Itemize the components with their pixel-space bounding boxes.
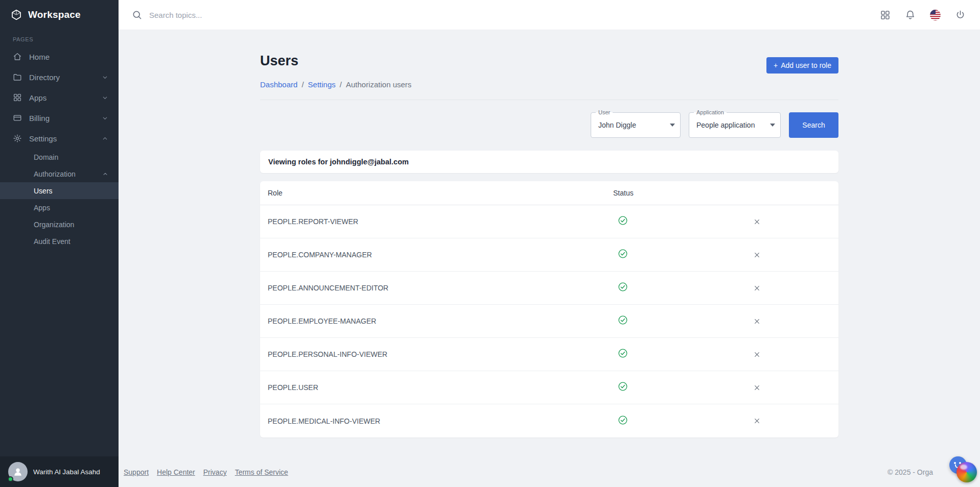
check-circle-icon <box>618 315 628 327</box>
application-select-label: Application <box>694 109 727 116</box>
topbar <box>119 0 980 30</box>
table-header-row: Role Status <box>260 181 838 205</box>
remove-role-button[interactable] <box>752 316 762 327</box>
user-select-value: John Diggle <box>591 121 636 129</box>
chevron-up-icon <box>102 171 108 177</box>
sidebar-item-organization[interactable]: Organization <box>0 216 119 233</box>
sidebar-item-label: Settings <box>29 134 57 143</box>
dropdown-caret-icon <box>670 124 675 127</box>
grid-icon <box>880 10 891 20</box>
sidebar-item-label: Directory <box>29 73 60 82</box>
sidebar-item-label: Audit Event <box>34 237 71 246</box>
table-row: PEOPLE.EMPLOYEE-MANAGER <box>260 305 838 338</box>
sidebar-item-settings[interactable]: Settings <box>0 128 119 149</box>
main-area: Users + Add user to role Dashboard / Set… <box>119 30 980 457</box>
page-title: Users <box>260 53 298 69</box>
sidebar-item-users[interactable]: Users <box>0 182 119 199</box>
role-cell: PEOPLE.MEDICAL-INFO-VIEWER <box>260 417 613 425</box>
remove-role-button[interactable] <box>752 349 762 360</box>
close-icon <box>754 318 760 325</box>
breadcrumb-separator: / <box>340 80 342 89</box>
app-logo: Workspace <box>0 0 119 28</box>
power-button[interactable] <box>954 9 967 21</box>
home-icon <box>13 52 22 61</box>
sidebar-item-audit-event[interactable]: Audit Event <box>0 233 119 250</box>
role-cell: PEOPLE.ANNOUNCEMENT-EDITOR <box>260 284 613 292</box>
sidebar: Workspace PAGES Home Directory Apps Bill… <box>0 0 119 487</box>
copyright-text: © 2025 - Orga <box>888 468 933 476</box>
sidebar-item-domain[interactable]: Domain <box>0 149 119 165</box>
online-status-dot <box>8 476 13 482</box>
terms-of-service-link[interactable]: Terms of Service <box>235 468 288 476</box>
apps-launcher-button[interactable] <box>879 9 892 21</box>
breadcrumb: Dashboard / Settings / Authorization use… <box>260 80 838 89</box>
power-icon <box>955 10 966 20</box>
apps-grid-icon <box>13 93 22 102</box>
avatar <box>8 462 28 481</box>
plus-icon: + <box>774 61 778 69</box>
sidebar-item-label: Home <box>29 53 50 61</box>
close-icon <box>754 252 760 258</box>
sidebar-section-label: PAGES <box>13 36 119 42</box>
gear-icon <box>13 134 22 143</box>
search-button[interactable]: Search <box>789 112 838 138</box>
close-icon <box>754 285 760 291</box>
check-circle-icon <box>618 249 628 261</box>
sidebar-item-home[interactable]: Home <box>0 46 119 67</box>
breadcrumb-settings-link[interactable]: Settings <box>308 80 336 89</box>
search-icon <box>132 10 142 20</box>
add-user-to-role-label: Add user to role <box>781 61 831 69</box>
folder-icon <box>13 72 22 82</box>
filter-bar: User John Diggle Application People appl… <box>260 112 838 138</box>
table-row: PEOPLE.MEDICAL-INFO-VIEWER <box>260 404 838 437</box>
role-cell: PEOPLE.REPORT-VIEWER <box>260 217 613 226</box>
user-select[interactable]: User John Diggle <box>591 112 681 138</box>
sidebar-item-authorization-apps[interactable]: Apps <box>0 199 119 216</box>
application-select-value: People application <box>689 121 755 129</box>
credit-card-icon <box>13 113 22 123</box>
remove-role-button[interactable] <box>752 216 762 227</box>
sidebar-item-label: Authorization <box>34 170 76 178</box>
sidebar-item-label: Apps <box>29 93 46 102</box>
sidebar-user[interactable]: Warith Al Jabal Asahd <box>0 456 119 487</box>
remove-role-button[interactable] <box>752 382 762 393</box>
language-button[interactable] <box>929 9 942 21</box>
help-center-link[interactable]: Help Center <box>157 468 195 476</box>
remove-role-button[interactable] <box>752 416 762 426</box>
sidebar-item-directory[interactable]: Directory <box>0 67 119 87</box>
workspace-logo-icon <box>10 9 22 21</box>
application-select[interactable]: Application People application <box>689 112 781 138</box>
viewing-roles-banner: Viewing roles for johndiggle@jabal.com <box>260 151 838 173</box>
header-divider <box>260 100 838 100</box>
table-row: PEOPLE.PERSONAL-INFO-VIEWER <box>260 338 838 371</box>
sidebar-item-apps[interactable]: Apps <box>0 87 119 108</box>
colorful-sphere-icon[interactable] <box>956 462 977 482</box>
sidebar-item-billing[interactable]: Billing <box>0 108 119 128</box>
check-circle-icon <box>618 282 628 294</box>
privacy-link[interactable]: Privacy <box>203 468 227 476</box>
close-icon <box>754 384 760 391</box>
check-circle-icon <box>618 215 628 228</box>
check-circle-icon <box>618 348 628 360</box>
chevron-up-icon <box>102 135 108 142</box>
sidebar-item-label: Organization <box>34 221 74 229</box>
check-circle-icon <box>618 415 628 427</box>
notifications-button[interactable] <box>904 9 917 21</box>
support-link[interactable]: Support <box>124 468 149 476</box>
user-name: Warith Al Jabal Asahd <box>33 468 100 476</box>
footer: Support Help Center Privacy Terms of Ser… <box>119 457 980 487</box>
breadcrumb-dashboard-link[interactable]: Dashboard <box>260 80 297 89</box>
role-cell: PEOPLE.USER <box>260 383 613 392</box>
role-cell: PEOPLE.EMPLOYEE-MANAGER <box>260 317 613 325</box>
role-cell: PEOPLE.PERSONAL-INFO-VIEWER <box>260 350 613 358</box>
remove-role-button[interactable] <box>752 283 762 294</box>
role-cell: PEOPLE.COMPANY-MANAGER <box>260 251 613 259</box>
search-input[interactable] <box>149 11 872 19</box>
add-user-to-role-button[interactable]: + Add user to role <box>766 57 838 74</box>
chevron-down-icon <box>102 94 108 101</box>
sidebar-item-label: Users <box>34 187 53 195</box>
sidebar-item-authorization[interactable]: Authorization <box>0 165 119 182</box>
topbar-icons <box>879 9 967 21</box>
close-icon <box>754 351 760 358</box>
remove-role-button[interactable] <box>752 250 762 260</box>
